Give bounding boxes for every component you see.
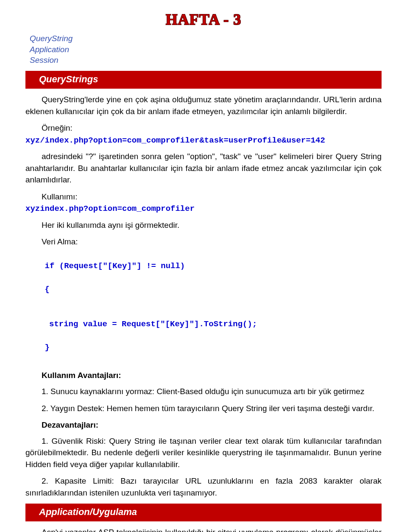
paragraph: Her iki kullanımda aynı işi görmektedir. <box>25 219 382 231</box>
disadvantage-item: 1. Güvenlik Riski: Query String ile taşı… <box>25 435 382 470</box>
page-title: HAFTA - 3 <box>25 8 382 31</box>
topic-list: QueryString Application Session <box>30 33 382 66</box>
topic-item: QueryString <box>30 33 382 44</box>
topic-item: Session <box>30 55 382 66</box>
section-heading-application: Application/Uygulama <box>25 504 382 521</box>
advantage-item: 1. Sunucu kaynaklarını yormaz: Client-Ba… <box>25 386 382 398</box>
code-line: string value = Request["[Key]"].ToString… <box>25 319 382 330</box>
topic-item: Application <box>30 44 382 55</box>
paragraph: QueryString'lerde yine en çok aşina oldu… <box>25 94 382 117</box>
code-line: } <box>45 343 50 352</box>
code-block: if (Request["[Key]"] != null) { string v… <box>25 249 382 365</box>
get-label: Veri Alma: <box>25 236 382 248</box>
code-block: xyzindex.php?option=com_comprofiler <box>25 203 382 215</box>
usage-label: Kullanımı: <box>25 191 382 203</box>
code-line: { <box>45 285 50 294</box>
disadvantages-heading: Dezavantajları: <box>25 419 382 431</box>
paragraph: adresindeki "?" işaretinden sonra gelen … <box>25 151 382 186</box>
code-block: xyz/index.php?option=com_comprofiler&tas… <box>25 135 382 147</box>
advantages-heading: Kullanım Avantajları: <box>25 370 382 381</box>
advantage-item: 2. Yaygın Destek: Hemen hemen tüm tarayı… <box>25 403 382 414</box>
paragraph: Asp'yi yazanlar ASP teknolojisinin kulla… <box>25 526 382 532</box>
code-line: if (Request["[Key]"] != null) <box>45 261 185 271</box>
example-label: Örneğin: <box>25 122 382 134</box>
disadvantage-item: 2. Kapasite Limiti: Bazı tarayıcılar URL… <box>25 475 382 498</box>
section-heading-querystrings: QueryStrings <box>25 71 382 89</box>
